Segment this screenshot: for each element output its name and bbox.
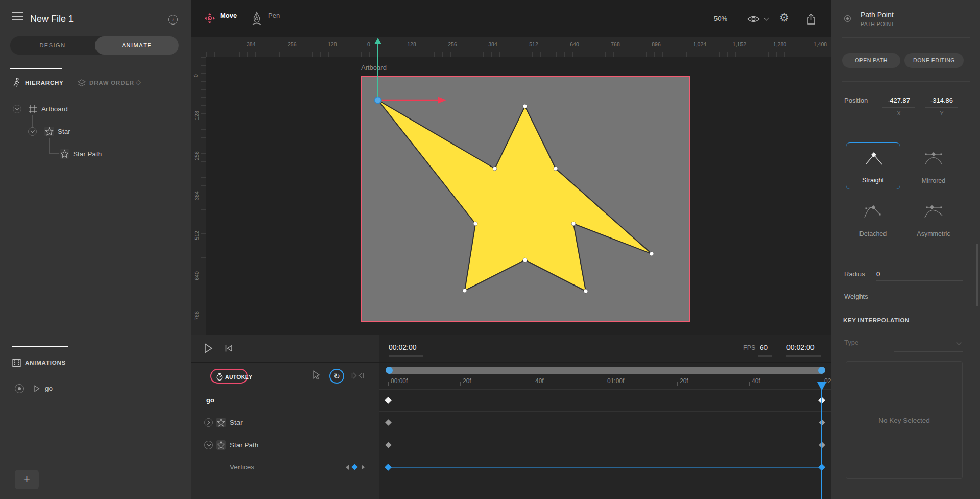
tree-item-star-path[interactable]: Star Path	[73, 150, 102, 158]
keyframe-vertices-start[interactable]	[385, 464, 392, 471]
frame-ruler-label: 20f	[680, 377, 688, 385]
animations-film-icon	[12, 359, 21, 369]
corner-type-asymmetric[interactable]: Asymmetric	[904, 196, 963, 243]
asymmetric-corner-icon	[922, 203, 945, 220]
key-interpolation-header: KEY INTERPOLATION	[843, 317, 910, 323]
frame-ruler-label: 40f	[535, 377, 544, 385]
animations-tab-indicator	[12, 346, 68, 347]
autokey-toggle[interactable]: AUTOKEY	[210, 369, 248, 384]
loop-mode-button[interactable]: ↻	[329, 369, 344, 384]
track-go-label[interactable]: go	[206, 396, 214, 404]
position-y-field[interactable]: -314.86	[925, 97, 958, 104]
track-starpath-label[interactable]: Star Path	[230, 441, 258, 449]
position-label: Position	[844, 97, 868, 104]
add-animation-button[interactable]: +	[15, 470, 39, 489]
tab-design[interactable]: DESIGN	[10, 36, 95, 55]
scrub-end-cap[interactable]	[818, 367, 825, 374]
position-x-axis-label: X	[882, 110, 915, 116]
timeline-divider	[191, 362, 831, 363]
star-expand-chevron[interactable]	[28, 127, 37, 136]
draw-order-diamond-icon: ◇	[136, 78, 141, 86]
open-path-button[interactable]: OPEN PATH	[842, 53, 900, 68]
info-icon[interactable]: i	[168, 15, 178, 25]
corner-type-mirrored[interactable]: Mirrored	[904, 142, 963, 189]
x-axis-arrowhead-icon	[438, 97, 446, 104]
animation-play-icon[interactable]	[34, 385, 40, 394]
key-type-label: Type	[844, 339, 858, 346]
hierarchy-tab-indicator	[10, 68, 62, 69]
skip-to-start-button[interactable]	[224, 344, 233, 355]
inspector-scrollbar[interactable]	[976, 244, 978, 306]
star-node-icon	[44, 127, 54, 136]
selected-path-point[interactable]	[375, 97, 381, 104]
tab-draw-order[interactable]: DRAW ORDER	[89, 80, 134, 86]
keyframe-star-start[interactable]	[385, 419, 392, 426]
pen-icon	[251, 11, 262, 26]
track-star-icon	[216, 418, 226, 427]
autokey-label: AUTOKEY	[225, 374, 252, 380]
star-shape-overlay[interactable]	[191, 37, 831, 335]
settings-gear-icon[interactable]: ⚙	[779, 11, 790, 25]
animation-item-go[interactable]: go	[45, 385, 53, 392]
stopwatch-icon	[216, 373, 223, 381]
fps-field[interactable]: 60	[760, 344, 768, 351]
tree-connector	[32, 115, 33, 127]
position-x-field[interactable]: -427.87	[882, 97, 915, 104]
play-button[interactable]	[203, 343, 213, 356]
canvas-viewport[interactable]: -384 -256 -128 0 128 256 384 512 640 768…	[191, 37, 831, 335]
pen-tool-label[interactable]: Pen	[268, 12, 280, 19]
zoom-level[interactable]: 50%	[714, 15, 727, 22]
current-time-field[interactable]: 00:02:00	[389, 343, 417, 351]
artboard-expand-chevron[interactable]	[13, 105, 21, 113]
export-share-button[interactable]	[806, 13, 817, 27]
tab-animate[interactable]: ANIMATE	[95, 36, 179, 55]
path-point-radio-icon	[844, 15, 851, 22]
duration-field[interactable]: 00:02:00	[786, 343, 815, 351]
fps-underline	[758, 355, 772, 357]
mode-toggle[interactable]: DESIGN ANIMATE	[10, 36, 179, 55]
scrub-start-cap[interactable]	[386, 367, 393, 374]
vertices-key-indicator[interactable]	[351, 464, 358, 470]
next-key-button[interactable]	[362, 465, 365, 470]
playhead-line	[821, 390, 822, 499]
move-tool-label[interactable]: Move	[220, 12, 237, 19]
move-tool[interactable]	[205, 13, 215, 26]
timeline-keys-area[interactable]: 00:00f 20f 40f 01:00f 20f 40f 02:00f	[379, 335, 831, 499]
detached-corner-icon	[862, 203, 885, 220]
frame-ruler-label: 00:00f	[391, 377, 408, 385]
visibility-dropdown-chevron-icon[interactable]	[764, 16, 769, 21]
draw-order-layers-icon	[77, 79, 86, 89]
artboard-icon	[28, 105, 37, 115]
tree-item-star[interactable]: Star	[58, 128, 70, 135]
star-path-node-icon	[60, 149, 69, 159]
keyframe-starpath-start[interactable]	[385, 442, 392, 448]
weights-label[interactable]: Weights	[844, 293, 868, 300]
pingpong-mode-icon[interactable]	[351, 372, 364, 382]
position-y-axis-label: Y	[925, 110, 958, 116]
timeline-scrubbar[interactable]	[386, 367, 825, 374]
keyframe-go-start[interactable]	[385, 397, 392, 404]
hamburger-menu-icon[interactable]	[12, 12, 23, 23]
prev-key-button[interactable]	[346, 465, 349, 470]
radius-field[interactable]: 0	[876, 270, 880, 278]
visibility-button[interactable]	[747, 15, 760, 26]
cursor-tool-icon[interactable]	[312, 370, 321, 383]
tree-item-artboard[interactable]: Artboard	[41, 105, 68, 113]
radius-label: Radius	[844, 270, 865, 278]
tree-connector	[49, 153, 59, 154]
tab-hierarchy[interactable]: HIERARCHY	[25, 80, 64, 86]
track-star-label[interactable]: Star	[230, 419, 243, 426]
move-icon	[205, 13, 215, 23]
corner-type-straight[interactable]: Straight	[846, 142, 900, 189]
corner-type-detached[interactable]: Detached	[846, 196, 900, 243]
track-starpath-expand-chevron[interactable]	[204, 441, 213, 449]
share-icon	[806, 13, 817, 25]
animation-active-radio[interactable]	[15, 384, 24, 393]
no-key-selected-text: No Key Selected	[846, 417, 962, 424]
key-type-dropdown-chevron-icon[interactable]	[957, 340, 962, 345]
key-type-underline	[894, 351, 963, 352]
pen-tool[interactable]	[251, 11, 262, 28]
track-star-expand-chevron[interactable]	[204, 418, 213, 427]
done-editing-button[interactable]: DONE EDITING	[904, 53, 964, 68]
track-vertices-label[interactable]: Vertices	[230, 463, 254, 471]
